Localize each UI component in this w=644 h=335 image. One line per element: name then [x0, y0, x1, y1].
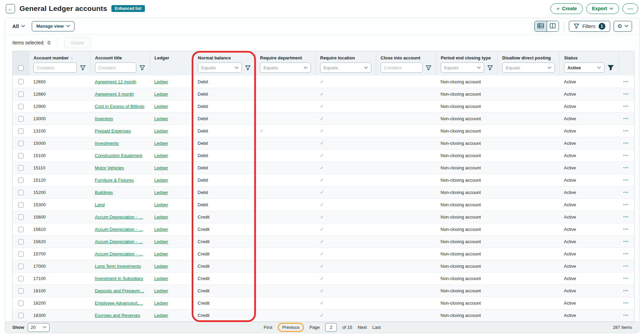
- next-page-button[interactable]: Next: [358, 325, 367, 330]
- export-button[interactable]: Export: [586, 3, 619, 14]
- page-size-select[interactable]: 20: [28, 323, 50, 332]
- ledger-link[interactable]: Ledger: [154, 251, 168, 256]
- account-title-link[interactable]: Agreement 12 month: [95, 79, 136, 84]
- ledger-link[interactable]: Ledger: [154, 141, 168, 146]
- filter-funnel-icon[interactable]: [426, 65, 431, 71]
- view-selector-dropdown[interactable]: All: [12, 23, 25, 29]
- row-actions-button[interactable]: ⋯: [623, 190, 629, 195]
- row-actions-button[interactable]: ⋯: [623, 300, 629, 306]
- ledger-link[interactable]: Ledger: [154, 313, 168, 318]
- ledger-link[interactable]: Ledger: [154, 79, 168, 84]
- row-checkbox[interactable]: [18, 227, 24, 232]
- ledger-link[interactable]: Ledger: [154, 239, 168, 244]
- row-actions-button[interactable]: ⋯: [623, 312, 629, 318]
- row-actions-button[interactable]: ⋯: [623, 251, 629, 256]
- row-actions-button[interactable]: ⋯: [623, 214, 629, 220]
- account-title-link[interactable]: Accum Depreciation - …: [95, 227, 143, 232]
- row-checkbox[interactable]: [18, 251, 24, 257]
- row-checkbox[interactable]: [18, 214, 24, 220]
- row-checkbox[interactable]: [18, 153, 24, 158]
- account-title-link[interactable]: Escrows and Reserves: [95, 313, 140, 318]
- account-title-link[interactable]: Investment in Subsidiary: [95, 276, 143, 281]
- account-title-link[interactable]: Construction Equipment: [95, 153, 142, 158]
- account-title-link[interactable]: Deposits and Prepaym…: [95, 288, 145, 293]
- row-actions-button[interactable]: ⋯: [623, 263, 629, 269]
- account-title-link[interactable]: Land: [95, 202, 105, 207]
- row-checkbox[interactable]: [18, 190, 24, 195]
- row-checkbox[interactable]: [18, 276, 24, 281]
- row-actions-button[interactable]: ⋯: [623, 153, 629, 158]
- column-header-status[interactable]: Status: [560, 51, 619, 62]
- filter-funnel-icon[interactable]: [245, 65, 251, 71]
- row-actions-button[interactable]: ⋯: [623, 202, 629, 207]
- row-checkbox[interactable]: [18, 79, 24, 84]
- row-checkbox[interactable]: [18, 301, 24, 306]
- account-title-link[interactable]: Accum Depreciation - …: [95, 251, 143, 256]
- ledger-link[interactable]: Ledger: [154, 264, 168, 269]
- ledger-link[interactable]: Ledger: [154, 104, 168, 109]
- account-title-link[interactable]: Long Term Investments: [95, 264, 141, 269]
- column-header-ledger[interactable]: Ledger: [150, 51, 193, 62]
- ledger-link[interactable]: Ledger: [154, 128, 168, 134]
- row-checkbox[interactable]: [18, 116, 24, 122]
- row-actions-button[interactable]: ⋯: [623, 165, 629, 170]
- account-title-link[interactable]: Accum Depreciation - …: [95, 239, 143, 244]
- row-checkbox[interactable]: [18, 178, 24, 183]
- row-actions-button[interactable]: ⋯: [623, 177, 629, 183]
- page-number-input[interactable]: [325, 323, 337, 332]
- back-button[interactable]: ←: [6, 4, 15, 13]
- ledger-link[interactable]: Ledger: [154, 92, 168, 97]
- column-view-button[interactable]: [547, 21, 559, 31]
- column-header-close-into-account[interactable]: Close into account: [376, 51, 436, 62]
- account-title-link[interactable]: Accum Depreciation - …: [95, 214, 143, 220]
- row-actions-button[interactable]: ⋯: [623, 140, 629, 146]
- row-actions-button[interactable]: ⋯: [623, 116, 629, 121]
- row-checkbox[interactable]: [18, 141, 24, 146]
- last-page-button[interactable]: Last: [372, 325, 381, 330]
- row-checkbox[interactable]: [18, 313, 24, 318]
- row-actions-button[interactable]: ⋯: [623, 103, 629, 109]
- column-header-require-location[interactable]: Require location: [316, 51, 376, 62]
- row-actions-button[interactable]: ⋯: [623, 239, 629, 244]
- ledger-link[interactable]: Ledger: [154, 227, 168, 232]
- ledger-link[interactable]: Ledger: [154, 276, 168, 281]
- column-header-account-title[interactable]: Account title: [91, 51, 150, 62]
- ledger-link[interactable]: Ledger: [154, 178, 168, 183]
- filter-funnel-icon[interactable]: [80, 65, 86, 71]
- status-filter-select[interactable]: Active: [564, 62, 604, 73]
- period-end-closing-type-filter-select[interactable]: Equals: [441, 62, 484, 73]
- row-checkbox[interactable]: [18, 92, 24, 97]
- normal-balance-filter-select[interactable]: Equals: [198, 62, 242, 73]
- filter-funnel-active-icon[interactable]: [607, 65, 614, 71]
- disallow-direct-posting-filter-select[interactable]: Equals: [502, 62, 555, 73]
- row-checkbox[interactable]: [18, 264, 24, 269]
- row-actions-button[interactable]: ⋯: [623, 91, 629, 97]
- account-title-link[interactable]: Agreement 3 month: [95, 92, 134, 97]
- close-into-account-filter-input[interactable]: [381, 62, 423, 73]
- require-department-filter-select[interactable]: Equals: [260, 62, 311, 73]
- account-title-link[interactable]: Buildings: [95, 190, 113, 195]
- account-number-filter-input[interactable]: [33, 62, 77, 73]
- row-actions-button[interactable]: ⋯: [623, 276, 629, 281]
- create-button[interactable]: + Create: [550, 3, 583, 14]
- settings-button[interactable]: ⚙: [614, 21, 632, 32]
- delete-button[interactable]: Delete: [64, 38, 91, 48]
- row-actions-button[interactable]: ⋯: [623, 79, 629, 84]
- filter-funnel-icon[interactable]: [487, 65, 493, 71]
- previous-page-button[interactable]: Previous: [282, 325, 300, 330]
- manage-view-button[interactable]: Manage view: [32, 21, 74, 31]
- account-title-filter-input[interactable]: [95, 62, 136, 73]
- account-title-link[interactable]: Inventory: [95, 116, 113, 121]
- ledger-link[interactable]: Ledger: [154, 288, 168, 293]
- row-actions-button[interactable]: ⋯: [623, 288, 629, 293]
- account-title-link[interactable]: Investments: [95, 141, 119, 146]
- ledger-link[interactable]: Ledger: [154, 301, 168, 306]
- column-header-account-number[interactable]: Account number↑: [29, 51, 91, 62]
- select-all-checkbox[interactable]: [18, 65, 24, 71]
- column-header-period-end-closing-type[interactable]: Period end closing type: [436, 51, 498, 62]
- ledger-link[interactable]: Ledger: [154, 202, 168, 207]
- account-title-link[interactable]: Furniture & Fixtures: [95, 178, 134, 183]
- account-title-link[interactable]: Motor Vehicles: [95, 165, 124, 170]
- row-checkbox[interactable]: [18, 202, 24, 208]
- column-header-normal-balance[interactable]: Normal balance: [193, 51, 256, 62]
